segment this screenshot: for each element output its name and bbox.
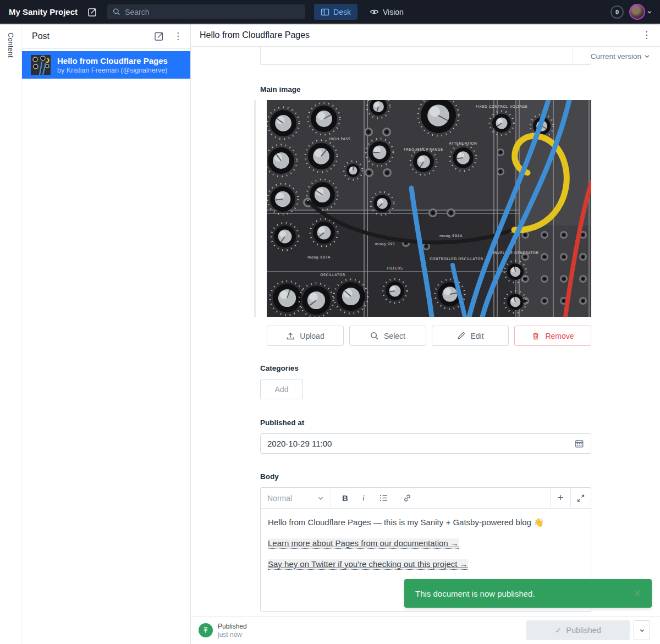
edit-button[interactable]: Edit (432, 326, 509, 346)
body-link-documentation[interactable]: Learn more about Pages from our document… (268, 538, 459, 549)
publish-menu-button[interactable] (634, 620, 650, 640)
document-form: Current version Main image HIGH PASSFREQ… (191, 47, 660, 616)
bold-button[interactable]: B (342, 493, 348, 503)
main-image-preview[interactable]: HIGH PASSFREQUENCY RANGEATTENUATIONFIXED… (267, 100, 591, 317)
publish-status-label: Published (218, 623, 247, 630)
slug-generate-divider (573, 47, 573, 64)
project-title: My Sanity Project (9, 7, 78, 16)
new-document-button[interactable] (87, 7, 97, 17)
post-list-item-selected[interactable]: Hello from Cloudflare Pages by Kristian … (22, 51, 190, 79)
block-style-value: Normal (267, 494, 313, 503)
tab-vision-label: Vision (383, 8, 404, 16)
svg-text:FIXED CONTROL VOLTAGE: FIXED CONTROL VOLTAGE (476, 104, 528, 109)
svg-text:FREQUENCY RANGE: FREQUENCY RANGE (404, 147, 443, 152)
upload-label: Upload (300, 332, 324, 340)
slug-field-cropped[interactable] (260, 47, 591, 65)
panel-title: Post (32, 31, 50, 41)
chevron-down-icon (317, 495, 324, 502)
insert-block-button[interactable]: + (550, 488, 570, 508)
trash-icon (531, 332, 540, 340)
remove-button[interactable]: Remove (514, 326, 591, 346)
search-input[interactable] (125, 8, 300, 16)
upload-button[interactable]: Upload (267, 326, 344, 346)
search-icon (113, 8, 120, 16)
eye-icon (370, 7, 379, 16)
version-selector[interactable]: Current version (591, 52, 650, 60)
link-button[interactable] (403, 493, 412, 503)
document-kebab-menu-icon[interactable]: ⋮ (642, 30, 651, 40)
fullscreen-button[interactable] (570, 488, 591, 508)
block-style-select[interactable]: Normal (261, 488, 331, 508)
published-at-input[interactable] (267, 439, 575, 448)
compose-icon (87, 7, 97, 17)
change-indicator-bar (254, 100, 256, 317)
published-at-label: Published at (260, 419, 304, 427)
select-button[interactable]: Select (349, 326, 426, 346)
categories-label: Categories (260, 364, 299, 372)
upload-icon (286, 332, 295, 340)
publish-button-label: Published (566, 626, 601, 635)
check-icon: ✓ (555, 626, 562, 635)
post-item-title: Hello from Cloudflare Pages (57, 56, 168, 65)
body-paragraph[interactable]: Hello from Cloudflare Pages — this is my… (268, 516, 584, 528)
publish-status-time: just now (218, 631, 247, 639)
avatar (629, 4, 645, 20)
content-rail: Content (0, 24, 22, 644)
document-header: Hello from Cloudflare Pages ⋮ (191, 24, 660, 47)
panel-header: Post ⋮ (22, 24, 190, 49)
expand-icon (577, 494, 585, 502)
italic-button[interactable]: i (362, 493, 365, 503)
document-footer: Published just now ✓ Published (191, 616, 660, 644)
synthesizer-photo: HIGH PASSFREQUENCY RANGEATTENUATIONFIXED… (267, 100, 591, 317)
editor-toolbar: Normal B i (261, 488, 591, 509)
svg-text:moog 995: moog 995 (375, 242, 395, 246)
image-toolbar: Upload Select Edit (267, 326, 591, 346)
body-content[interactable]: Hello from Cloudflare Pages — this is my… (261, 509, 591, 587)
presence-counter-badge[interactable]: 0 (610, 5, 624, 19)
pencil-icon (457, 332, 465, 340)
tab-vision[interactable]: Vision (363, 4, 410, 20)
post-item-subtitle: by Kristian Freeman (@signalnerve) (57, 67, 168, 74)
select-label: Select (384, 332, 405, 340)
svg-text:FILTERS: FILTERS (387, 266, 403, 271)
bullet-list-button[interactable] (379, 493, 388, 503)
svg-text:ATTENUATION: ATTENUATION (449, 141, 477, 146)
body-link-twitter[interactable]: Say hey on Twitter if you're checking ou… (268, 559, 468, 570)
svg-text:moog 904A: moog 904A (439, 234, 463, 238)
publish-status[interactable]: Published just now (199, 623, 247, 639)
published-status-icon (199, 623, 213, 637)
chevron-down-icon (639, 628, 645, 634)
search-icon (370, 332, 379, 340)
chevron-down-icon (647, 9, 652, 15)
toast-message: This document is now published. (415, 589, 535, 598)
svg-text:OSCILLATOR: OSCILLATOR (320, 273, 345, 277)
compose-icon[interactable] (154, 31, 164, 41)
user-menu[interactable] (629, 4, 652, 20)
publish-toast: This document is now published. × (404, 579, 652, 608)
published-at-field (260, 433, 591, 454)
publish-button[interactable]: ✓ Published (526, 620, 630, 640)
add-category-button[interactable]: Add (260, 379, 303, 399)
chevron-down-icon (644, 53, 650, 59)
remove-label: Remove (545, 332, 574, 340)
main-image-label: Main image (260, 85, 301, 93)
body-label: Body (260, 472, 279, 481)
kebab-menu-icon[interactable]: ⋮ (173, 31, 183, 41)
search-bar[interactable] (107, 4, 305, 19)
post-list-panel: Post ⋮ (22, 24, 191, 644)
toast-close-icon[interactable]: × (634, 587, 641, 599)
tab-desk[interactable]: Desk (314, 4, 358, 20)
rail-content-label[interactable]: Content (7, 32, 15, 58)
edit-label: Edit (470, 332, 483, 340)
post-thumbnail (31, 55, 51, 75)
calendar-icon[interactable] (575, 439, 584, 448)
top-bar: My Sanity Project Desk (0, 0, 660, 24)
tab-desk-label: Desk (333, 8, 351, 16)
svg-text:moog 907A: moog 907A (307, 255, 331, 260)
svg-text:ENVELOPE GENERATOR: ENVELOPE GENERATOR (492, 251, 538, 255)
sanity-studio-app: My Sanity Project Desk (0, 0, 660, 644)
version-label: Current version (591, 52, 641, 60)
document-title: Hello from Cloudflare Pages (200, 30, 310, 40)
svg-text:CONTROLLED OSCILLATOR: CONTROLLED OSCILLATOR (430, 257, 483, 261)
svg-text:HIGH PASS: HIGH PASS (329, 137, 351, 141)
